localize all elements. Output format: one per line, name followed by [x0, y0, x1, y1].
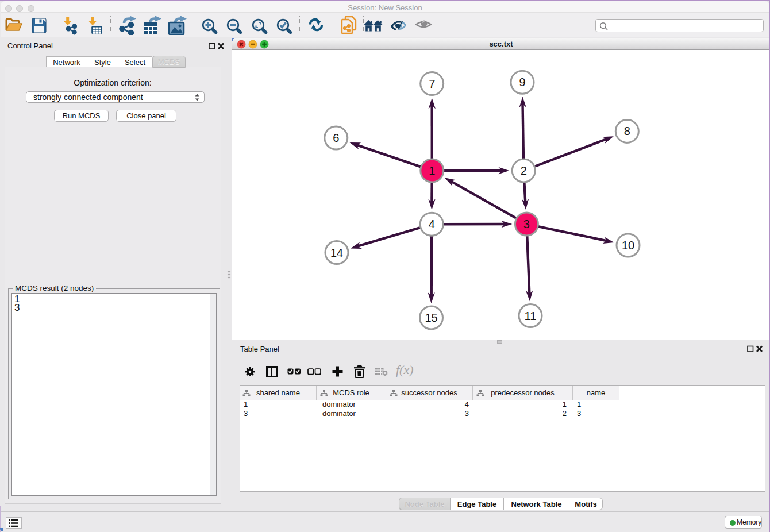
svg-text:14: 14 [330, 246, 343, 259]
svg-text:1: 1 [429, 164, 435, 177]
svg-text:9: 9 [519, 76, 525, 88]
svg-text:15: 15 [425, 311, 437, 324]
svg-text:6: 6 [333, 132, 339, 144]
svg-text:3: 3 [523, 218, 530, 230]
svg-text:10: 10 [622, 239, 634, 252]
svg-text:8: 8 [624, 125, 630, 137]
svg-text:7: 7 [429, 78, 435, 90]
svg-text:2: 2 [521, 164, 527, 177]
svg-text:4: 4 [429, 218, 435, 230]
svg-text:11: 11 [525, 310, 537, 322]
